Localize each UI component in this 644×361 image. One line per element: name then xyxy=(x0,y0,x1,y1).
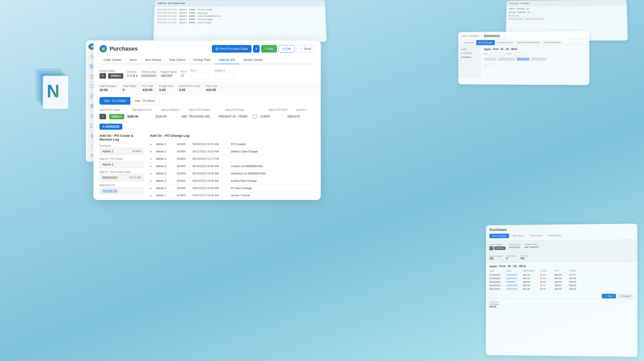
po-num-label: PO # xyxy=(181,71,187,73)
tab-past-orders[interactable]: Past Orders xyxy=(165,56,189,64)
attached-po-label: Attached PO# xyxy=(100,184,144,187)
log-role-4: ADMIN xyxy=(177,172,189,175)
total-cost-label: Total Cost xyxy=(206,85,217,87)
log-date-0: 08/08/2022 05:51 AM xyxy=(192,143,228,146)
shipper-name-label: Shipper Name xyxy=(161,71,177,73)
arrow-icon-2: ◂ xyxy=(150,157,153,160)
totals-section: Total Packages 20.00 Total Pallets 0 P.O… xyxy=(93,82,321,95)
log-action-0: PO Created xyxy=(231,143,315,146)
print-dropdown-button[interactable]: ▾ xyxy=(253,45,260,53)
creation-date: 08/08/2022 xyxy=(102,176,117,179)
log-row-4: ◂ Admin 2 ADMIN 08/30/2022 08:05 AM Unlo… xyxy=(150,170,315,177)
delivery-date-value: 04/05/2022 xyxy=(141,74,157,78)
log-action-4: Unlocked Lot 00000024-001 xyxy=(231,172,315,175)
creator-field-label: Add On - PO Cerator xyxy=(100,157,144,160)
edit-button[interactable]: ✎ Edit xyxy=(279,45,295,53)
addon-load-id: AB41578 xyxy=(287,115,300,118)
invoice-status-badge[interactable]: OPEN ▾ xyxy=(108,73,123,79)
change-log-scroll[interactable]: ◂ Admin 2 ADMIN 08/08/2022 05:51 AM PO C… xyxy=(150,141,315,196)
log-row-3: ◂ Admin 2 ADMIN 08/30/2022 08:05 AM Lock… xyxy=(150,163,315,170)
svg-point-15 xyxy=(102,75,104,76)
bottom-purchases-title: Purchases xyxy=(489,226,634,232)
addon-status-badge[interactable]: OPEN ▾ xyxy=(109,114,124,119)
addon-po-total-value: 0.00 xyxy=(179,88,200,92)
log-role-2: ADMIN xyxy=(177,157,189,160)
log-user-2: Admin 2 xyxy=(156,157,174,160)
po-num-value: 17 xyxy=(181,74,187,78)
log-date-4: 08/30/2022 08:05 AM xyxy=(192,172,228,175)
panel-logo: N xyxy=(100,45,107,53)
addon-po-total-label: Add-On PO's Total xyxy=(179,85,200,87)
addon-checkbox[interactable] xyxy=(253,115,257,119)
invoice-section: Invoice Status OPEN ▾ Delivery F.O.B ▾ xyxy=(93,64,321,82)
tab-pricing-tools[interactable]: Pricing Tools xyxy=(189,56,215,64)
attached-po-link[interactable]: 000356789 xyxy=(102,189,117,193)
po-total-value: 410.00 xyxy=(142,88,153,92)
log-row-7: ◂ Admin 2 ADMIN 09/07/2022 04:45 AM Vend… xyxy=(150,192,315,196)
log-action-7: Vendor Change xyxy=(231,194,315,196)
tab-vendor-details[interactable]: Vendor Details xyxy=(239,56,267,64)
total-cost-value: 410.00 xyxy=(206,88,217,92)
freight-total-label: Freight Total xyxy=(159,85,173,87)
tab-order-details[interactable]: Order Details xyxy=(100,56,126,64)
addon-status-col-header: Add-On PO Status xyxy=(100,108,120,111)
log-role-5: ADMIN xyxy=(177,179,189,182)
po-total-label: P.O. Total xyxy=(142,85,153,87)
freight-total: Freight Total 0.00 xyxy=(159,85,173,92)
delivery-field: Delivery F.O.B ▾ xyxy=(127,71,137,78)
purchaser-field-group: Purchaser Admin 2 ADMIN xyxy=(100,144,144,155)
addon-id-badge[interactable]: A-00000236 xyxy=(100,124,122,130)
creator-field-group: Add On - PO Cerator Admin 2 xyxy=(100,157,144,168)
tab-addon-po[interactable]: Add-On PO xyxy=(215,56,239,64)
addon-cost-col-header: Total Add-on Cost xyxy=(132,108,152,111)
purchaser-field-label: Purchaser xyxy=(100,144,144,147)
invoice-search-button[interactable] xyxy=(100,73,106,79)
log-row-1: ◂ Admin 2 ADMIN 08/11/2022 10:53 AM Deli… xyxy=(150,148,315,155)
svg-point-13 xyxy=(91,154,93,156)
svg-rect-14 xyxy=(216,49,218,50)
po-total: P.O. Total 410.00 xyxy=(142,85,153,92)
addon-type-col-header: Add-on PO Type xyxy=(226,108,244,111)
log-date-1: 08/11/2022 10:53 AM xyxy=(192,150,228,153)
log-user-6: Admin 2 xyxy=(156,187,174,190)
addon-section: Add-On PO Status Total Add-on Cost Add-o… xyxy=(93,105,321,122)
tab-item-history[interactable]: Item History xyxy=(141,56,165,64)
tab-items[interactable]: Items xyxy=(126,56,141,64)
addon-search-button[interactable] xyxy=(100,114,106,119)
send-button[interactable]: → Send xyxy=(296,45,315,53)
addon-vendor-col-header: Add-on PO Vendor xyxy=(189,108,210,111)
svg-point-17 xyxy=(102,115,104,117)
sub-tab-items[interactable]: Add - On Items xyxy=(130,97,159,105)
sub-tab-details[interactable]: Add - On Details xyxy=(100,97,130,105)
svg-text:N: N xyxy=(47,81,60,101)
log-action-6: PU Num Change xyxy=(231,187,315,190)
delivery-label: Delivery xyxy=(127,71,137,73)
shipper-name-value: ABCDEF xyxy=(161,74,177,78)
delivery-value: F.O.B ▾ xyxy=(127,74,137,78)
log-row-2: ◂ Admin 2 ADMIN 08/16/2022 12:17 PM xyxy=(150,155,315,163)
total-packages-value: 20.00 xyxy=(100,88,117,92)
log-role-0: ADMIN xyxy=(177,143,189,146)
invoice-status-label: Invoice Status xyxy=(100,70,123,72)
log-action-1: Delivery Date Change xyxy=(231,150,315,153)
new-button[interactable]: + New xyxy=(261,45,277,53)
delivery-date-label: Delivery Date xyxy=(141,71,157,73)
purchases-panel: N Purchases Print Purchase Order ▾ + New… xyxy=(93,40,321,200)
purchaser-role: ADMIN xyxy=(132,150,141,153)
sub-tabs: Add - On Details Add - On Items xyxy=(93,95,321,105)
log-role-7: ADMIN xyxy=(177,194,189,196)
total-pallets: Total Pallets 0 xyxy=(123,85,136,92)
purchaser-field-value: Admin 2 ADMIN xyxy=(100,148,144,155)
print-purchase-order-button[interactable]: Print Purchase Order xyxy=(212,45,252,53)
creator-field-value: Admin 2 xyxy=(100,161,144,168)
arrow-icon-6: ◂ xyxy=(150,187,153,190)
log-date-6: 09/03/2022 08:05 AM xyxy=(192,187,228,190)
svg-line-16 xyxy=(103,76,104,77)
log-date-2: 08/16/2022 12:17 PM xyxy=(192,157,228,160)
log-user-5: Admin 2 xyxy=(156,179,174,182)
log-role-3: ADMIN xyxy=(177,165,189,168)
log-row-0: ◂ Admin 2 ADMIN 08/08/2022 05:51 AM PO C… xyxy=(150,141,315,148)
log-action-5: Invoice Num Change xyxy=(231,179,315,182)
create-log-title: Add On - PO Create & Receive Log xyxy=(100,134,144,141)
invoice-status-field: Invoice Status OPEN ▾ xyxy=(100,70,123,79)
